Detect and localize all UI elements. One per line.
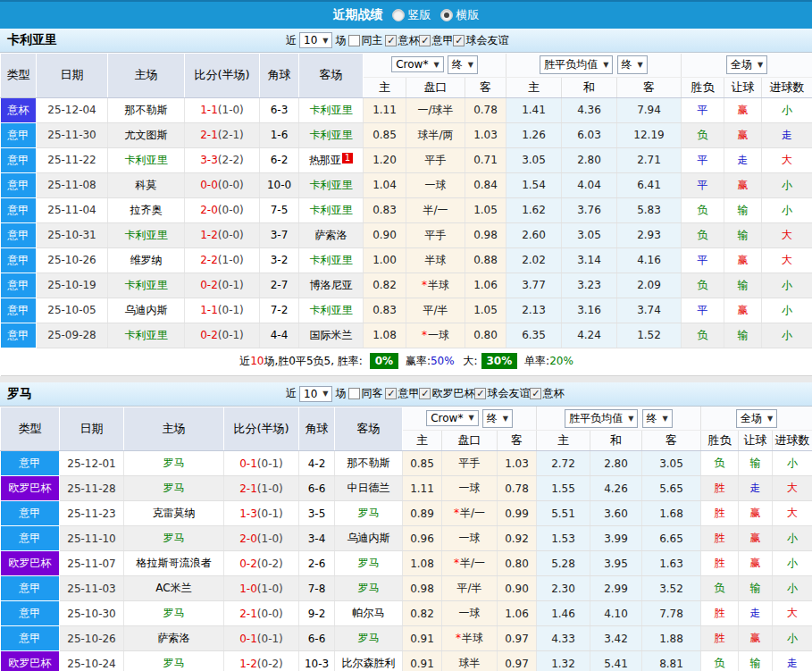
chevron-down-icon: ▼ — [322, 390, 328, 398]
away-team-cell[interactable]: 帕尔马 — [335, 601, 403, 626]
checkbox-checked-icon[interactable]: ✓ — [419, 35, 431, 46]
filter-same-home[interactable]: 同主 — [348, 33, 382, 48]
radio-horizontal-icon[interactable] — [440, 9, 453, 21]
score-fulltime: 1-0 — [239, 583, 257, 595]
checkbox-checked-icon[interactable]: ✓ — [385, 388, 397, 399]
home-team-cell[interactable]: 萨索洛 — [124, 626, 224, 651]
star-mark: * — [456, 632, 461, 644]
handicap-cell: 半/一 — [406, 197, 465, 222]
checkbox-unchecked-icon[interactable] — [348, 388, 360, 399]
handicap-result-cell: 赢 — [724, 172, 762, 197]
away-team-cell[interactable]: 那不勒斯 — [335, 451, 403, 476]
home-team-cell[interactable]: 卡利亚里 — [108, 273, 185, 298]
wl-result-cell: 胜 — [701, 626, 739, 651]
away-team-cell[interactable]: 比尔森胜利 — [335, 651, 403, 671]
handicap-result-cell: 赢 — [739, 526, 773, 551]
summary-row: 近10场,胜0平5负5, 胜率: 0% 赢率:50% 大:30% 单率:20% — [1, 348, 812, 375]
away-team-cell[interactable]: 热那亚1 — [299, 147, 364, 172]
goals-result-cell: 大 — [773, 501, 812, 526]
away-team-cell[interactable]: 罗马 — [335, 501, 403, 526]
filter-competition[interactable]: ✓意杯 — [385, 33, 419, 48]
date-cell: 25-11-23 — [60, 501, 124, 526]
away-team-cell[interactable]: 罗马 — [335, 576, 403, 601]
filter-competition[interactable]: ✓球会友谊 — [474, 386, 530, 401]
checkbox-checked-icon[interactable]: ✓ — [530, 388, 541, 399]
checkbox-checked-icon[interactable]: ✓ — [474, 388, 486, 399]
matches-tbody: 意甲25-12-01罗马0-1(0-1)4-2那不勒斯0.85平手1.032.7… — [1, 451, 812, 671]
away-team-cell[interactable]: 卡利亚里 — [299, 247, 364, 273]
checkbox-checked-icon[interactable]: ✓ — [453, 35, 465, 46]
avg-away-cell: 6.41 — [617, 172, 682, 197]
home-team-cell[interactable]: 维罗纳 — [108, 247, 185, 273]
table-row: 意甲25-11-08科莫0-0(0-0)10-0卡利亚里1.04一球0.841.… — [1, 172, 812, 197]
filter-competition[interactable]: ✓意甲 — [385, 386, 419, 401]
filter-same-away[interactable]: 同客 — [348, 386, 382, 401]
away-team-cell[interactable]: 卡利亚里 — [299, 298, 364, 323]
radio-vertical[interactable]: 竖版 — [392, 7, 431, 23]
home-team-cell[interactable]: 罗马 — [124, 651, 224, 671]
odds-stage-select[interactable]: 终▼ — [448, 55, 478, 74]
filter-competition[interactable]: ✓欧罗巴杯 — [419, 386, 474, 401]
chevron-down-icon: ▼ — [663, 415, 668, 423]
home-team-cell[interactable]: 克雷莫纳 — [124, 501, 224, 526]
avg-stage-select[interactable]: 终▼ — [642, 409, 673, 428]
away-team-cell[interactable]: 国际米兰 — [299, 323, 364, 348]
home-team-cell[interactable]: 罗马 — [124, 476, 224, 501]
away-team-cell[interactable]: 中日德兰 — [335, 476, 403, 501]
home-team-cell[interactable]: AC米兰 — [124, 576, 224, 601]
home-team-cell[interactable]: 罗马 — [124, 451, 224, 476]
home-team-cell[interactable]: 格拉斯哥流浪者 — [124, 551, 224, 576]
home-team-cell[interactable]: 拉齐奥 — [108, 197, 185, 222]
filter-competition[interactable]: ✓意杯 — [530, 386, 564, 401]
avg-odds-select[interactable]: 胜平负均值▼ — [565, 409, 638, 428]
away-team-cell[interactable]: 乌迪内斯 — [335, 526, 403, 551]
date-cell: 25-11-10 — [60, 526, 124, 551]
home-team-cell[interactable]: 那不勒斯 — [108, 97, 185, 122]
away-team-cell[interactable]: 卡利亚里 — [299, 97, 364, 122]
away-team-cell[interactable]: 卡利亚里 — [299, 172, 364, 197]
bookmaker-select[interactable]: Crow*▼ — [426, 410, 478, 426]
home-team-cell[interactable]: 罗马 — [124, 526, 224, 551]
odds-stage-select[interactable]: 终▼ — [482, 409, 513, 428]
away-team-cell[interactable]: 萨索洛 — [299, 222, 364, 247]
avg-odds-select[interactable]: 胜平负均值▼ — [540, 55, 613, 74]
away-team-cell[interactable]: 罗马 — [335, 551, 403, 576]
avg-stage-value: 终 — [647, 411, 657, 426]
away-team-cell[interactable]: 罗马 — [335, 626, 403, 651]
home-team-cell[interactable]: 乌迪内斯 — [108, 298, 185, 323]
match-count-select[interactable]: 10▼ — [299, 386, 332, 402]
home-team-cell[interactable]: 卡利亚里 — [108, 323, 185, 348]
league-cell: 意甲 — [1, 222, 37, 247]
checkbox-unchecked-icon[interactable] — [348, 35, 360, 46]
home-team-cell[interactable]: 科莫 — [108, 172, 185, 197]
star-mark: * — [454, 507, 459, 519]
match-count-select[interactable]: 10▼ — [299, 32, 332, 48]
handicap-result-cell: 赢 — [739, 626, 773, 651]
fulltime-select[interactable]: 全场▼ — [736, 409, 777, 428]
bookmaker-select[interactable]: Crow*▼ — [391, 56, 443, 72]
radio-horizontal[interactable]: 横版 — [440, 7, 480, 23]
home-team-cell[interactable]: 卡利亚里 — [108, 222, 185, 247]
avg-stage-select[interactable]: 终▼ — [617, 55, 648, 74]
checkbox-checked-icon[interactable]: ✓ — [419, 388, 431, 399]
filter-competition[interactable]: ✓意甲 — [419, 33, 453, 48]
score-fulltime: 2-1 — [200, 129, 218, 141]
away-team-cell[interactable]: 卡利亚里 — [299, 197, 364, 222]
radio-vertical-icon[interactable] — [392, 9, 405, 21]
corner-cell: 1-6 — [260, 122, 299, 147]
team-header: 罗马 近 10▼ 场 同客 ✓意甲✓欧罗巴杯✓球会友谊✓意杯 — [0, 382, 812, 407]
fulltime-select[interactable]: 全场▼ — [726, 55, 767, 74]
filter-competition[interactable]: ✓球会友谊 — [453, 33, 508, 48]
home-team-cell[interactable]: 卡利亚里 — [108, 147, 185, 172]
home-team-cell[interactable]: 尤文图斯 — [108, 122, 185, 147]
col-header-odds-away: 客 — [465, 77, 506, 97]
odds-away-cell: 1.05 — [465, 197, 506, 222]
avg-away-cell: 1.68 — [642, 501, 701, 526]
away-team-cell[interactable]: 卡利亚里 — [299, 122, 364, 147]
col-header-handicap: 盘口 — [406, 77, 465, 97]
score-halftime: (0-0) — [257, 608, 283, 620]
chevron-down-icon: ▼ — [468, 414, 473, 422]
home-team-cell[interactable]: 罗马 — [124, 601, 224, 626]
away-team-cell[interactable]: 博洛尼亚 — [299, 273, 364, 298]
checkbox-checked-icon[interactable]: ✓ — [385, 35, 397, 46]
